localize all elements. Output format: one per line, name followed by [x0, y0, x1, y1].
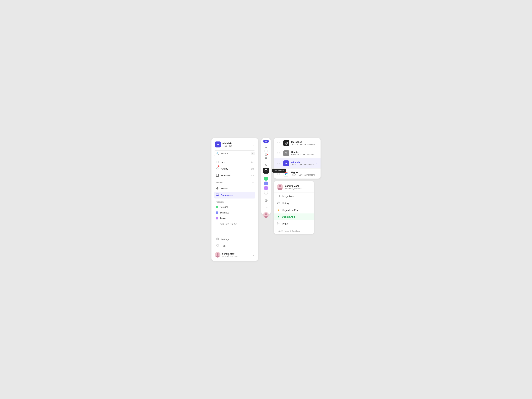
- rail-add-project[interactable]: +: [264, 191, 268, 195]
- workspace-widelab-sub: Team Plan • 40 members: [291, 164, 314, 166]
- inbox-shortcut: ⌘2: [251, 161, 254, 163]
- menu-upgrade[interactable]: ★ Upgrade to Pro: [274, 207, 314, 214]
- search-icon: 🔍: [216, 152, 219, 155]
- nav-add-project[interactable]: + Add New Project: [214, 221, 255, 227]
- menu-user-email: sandra@gmail.com: [285, 187, 302, 190]
- rail-inbox[interactable]: [263, 149, 269, 152]
- svg-marker-5: [216, 187, 219, 190]
- drag-handle-sandra: ⋮⋮: [277, 152, 281, 154]
- drag-handle-mercedes: ⋮⋮: [277, 142, 281, 144]
- app-name: widelab: [222, 142, 232, 145]
- svg-point-31: [266, 200, 266, 201]
- rail-business[interactable]: [264, 182, 268, 185]
- svg-point-32: [265, 207, 267, 209]
- inbox-icon: [216, 160, 219, 164]
- svg-rect-23: [265, 158, 267, 160]
- app-logo: W: [215, 141, 221, 147]
- svg-point-9: [217, 239, 218, 239]
- workspace-icon-figma: [283, 171, 289, 177]
- integrations-icon: [277, 195, 280, 198]
- history-icon: [277, 202, 280, 205]
- menu-history[interactable]: History: [274, 200, 314, 207]
- svg-rect-28: [265, 169, 267, 171]
- rail-settings[interactable]: [263, 197, 269, 203]
- menu-integrations[interactable]: Integrations: [274, 193, 314, 200]
- settings-icon: [216, 238, 219, 241]
- workspace-widelab[interactable]: ⋮⋮ W widelab Team Plan • 40 members ✓: [274, 158, 321, 169]
- rail-personal[interactable]: [264, 177, 268, 181]
- nav-documents[interactable]: Documents: [214, 192, 255, 198]
- upgrade-icon: ★: [277, 209, 280, 212]
- sidebar-user[interactable]: Sandra Marx sandra@gmail.com ⌄: [214, 249, 255, 258]
- activity-badge: [218, 165, 219, 167]
- schedule-icon: [216, 174, 219, 177]
- right-panels: ⋮⋮ Mercedes Team Plan • 4.5k members: [274, 138, 321, 234]
- nav-settings[interactable]: Settings: [214, 236, 255, 243]
- nav-personal[interactable]: Personal: [214, 204, 255, 210]
- svg-rect-6: [216, 194, 219, 196]
- sidebar-header: W widelab Team Plan ⌄: [214, 141, 255, 147]
- travel-dot: [216, 217, 218, 219]
- workspace-figma-name: Figma: [291, 171, 318, 174]
- sidebar-brand[interactable]: W widelab Team Plan: [215, 141, 232, 147]
- svg-point-39: [279, 185, 281, 187]
- workspace-sandra-sub: Personal Plan • 1 member: [291, 153, 318, 156]
- nav-help[interactable]: Help: [214, 243, 255, 249]
- workspace-icon-widelab: W: [283, 160, 289, 166]
- rail-help[interactable]: [263, 205, 269, 211]
- search-input[interactable]: [221, 152, 250, 155]
- documents-icon: [216, 193, 219, 197]
- workspace-icon-sandra: S: [283, 150, 289, 156]
- user-chevron-icon[interactable]: ⌄: [253, 253, 255, 256]
- nav-schedule[interactable]: Schedule ⌘4: [214, 172, 255, 179]
- user-menu-header: Sandra Marx sandra@gmail.com: [274, 181, 314, 193]
- update-dot-icon: ●: [277, 215, 280, 218]
- nav-boosts[interactable]: Boosts: [214, 185, 255, 192]
- schedule-shortcut: ⌘4: [251, 175, 254, 177]
- activity-icon: [216, 167, 219, 171]
- svg-line-21: [266, 147, 267, 148]
- rail-documents-wrap: Documents: [263, 168, 269, 174]
- app-plan: Team Plan: [222, 145, 232, 147]
- rail-documents[interactable]: [263, 168, 269, 174]
- add-project-icon: +: [216, 223, 218, 225]
- menu-logout[interactable]: Logout: [274, 220, 314, 227]
- menu-update-app[interactable]: ● Update App: [274, 214, 314, 220]
- workspace-mercedes-sub: Team Plan • 4.5k members: [291, 143, 318, 146]
- rail-logo[interactable]: W: [263, 140, 269, 143]
- svg-point-18: [217, 253, 219, 255]
- business-dot: [216, 211, 218, 214]
- rail-schedule[interactable]: [263, 157, 269, 160]
- search-box[interactable]: 🔍 ⌘1: [214, 151, 255, 156]
- menu-user-name: Sandra Marx: [285, 184, 302, 187]
- nav-activity[interactable]: Activity ⌘3: [214, 165, 255, 172]
- rail-projects: +: [264, 177, 268, 195]
- nav-inbox[interactable]: Inbox ⌘2: [214, 159, 255, 165]
- svg-point-35: [265, 213, 267, 215]
- menu-footer: v1.5.69 • Terms & Conditions: [274, 228, 314, 232]
- rail-travel[interactable]: [264, 186, 268, 190]
- rail-search[interactable]: [263, 145, 269, 148]
- user-avatar: [215, 252, 221, 258]
- drag-handle-figma: ⋮⋮: [277, 172, 281, 175]
- svg-rect-1: [216, 174, 219, 177]
- shared-add-button[interactable]: +: [252, 181, 254, 184]
- workspace-sandra[interactable]: ⋮⋮ S Sandra Personal Plan • 1 member: [274, 148, 321, 158]
- svg-line-15: [218, 245, 218, 245]
- nav-travel[interactable]: Travel: [214, 215, 255, 221]
- sidebar-footer: Settings Help: [214, 236, 255, 249]
- workspace-check-icon: ✓: [316, 162, 318, 165]
- workspace-mercedes-name: Mercedes: [291, 141, 318, 143]
- help-icon: [216, 244, 219, 247]
- search-shortcut: ⌘1: [251, 152, 255, 155]
- workspace-mercedes[interactable]: ⋮⋮ Mercedes Team Plan • 4.5k members: [274, 138, 321, 148]
- nav-business[interactable]: Business: [214, 210, 255, 215]
- rail-activity[interactable]: [263, 153, 269, 156]
- rail-boosts[interactable]: [263, 164, 269, 167]
- user-menu: Sandra Marx sandra@gmail.com Integration…: [274, 181, 314, 234]
- workspace-figma[interactable]: ⋮⋮ Figma Team Plan • 556 members: [274, 169, 321, 178]
- rail-user-avatar[interactable]: [263, 212, 269, 218]
- workspace-chevron-icon[interactable]: ⌄: [253, 143, 255, 146]
- user-name: Sandra Marx: [222, 253, 238, 255]
- workspace-icon-mercedes: [283, 140, 289, 146]
